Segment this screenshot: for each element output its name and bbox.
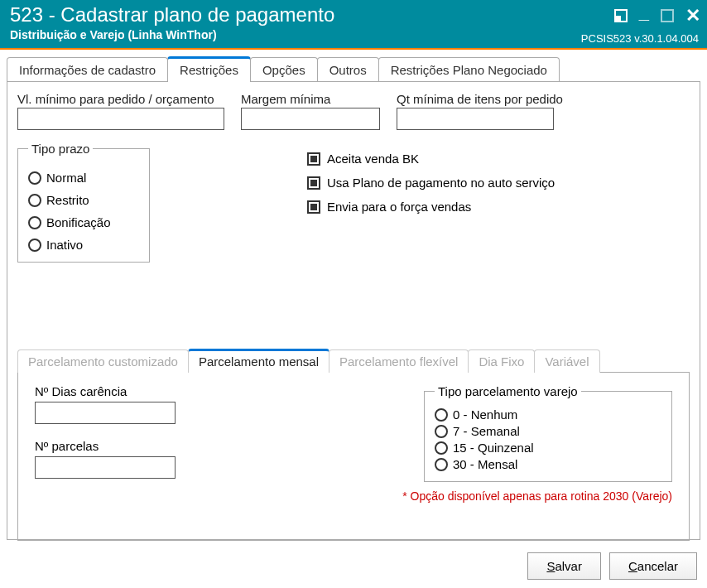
radio-label: Normal	[46, 171, 86, 185]
subtab-diafixo[interactable]: Dia Fixo	[468, 349, 535, 373]
titlebar: 523 - Cadastrar plano de pagamento Distr…	[0, 0, 707, 50]
radio-icon	[435, 425, 448, 438]
radio-label: Restrito	[46, 193, 89, 207]
radio-icon	[28, 171, 41, 185]
vl-minimo-input[interactable]	[17, 108, 224, 130]
radio-mensal[interactable]: 30 - Mensal	[435, 457, 661, 471]
section-row: Tipo prazo Normal Restrito Bonificação I…	[17, 142, 690, 263]
dias-carencia-label: Nº Dias carência	[35, 384, 176, 398]
tab-informacoes[interactable]: Informações de cadastro	[7, 57, 168, 82]
radio-quinzenal[interactable]: 15 - Quinzenal	[435, 441, 661, 455]
main-tabstrip: Informações de cadastro Restrições Opçõe…	[7, 56, 700, 81]
radio-label: Inativo	[46, 238, 83, 252]
dias-carencia-input[interactable]	[35, 402, 176, 424]
parcelas-input[interactable]	[35, 456, 176, 479]
tab-outros[interactable]: Outros	[317, 57, 379, 82]
subtab-flexivel[interactable]: Parcelamento flexível	[329, 349, 469, 373]
radio-semanal[interactable]: 7 - Semanal	[435, 424, 661, 438]
radio-icon	[435, 441, 448, 455]
margem-input[interactable]	[241, 108, 380, 130]
radio-label: 30 - Mensal	[453, 457, 517, 471]
minimize-icon[interactable]: _	[639, 3, 649, 22]
radio-label: Bonificação	[46, 215, 111, 229]
tipo-prazo-legend: Tipo prazo	[28, 142, 93, 156]
window-title: 523 - Cadastrar plano de pagamento	[10, 3, 697, 27]
check-auto-servico[interactable]: Usa Plano de pagamento no auto serviço	[307, 176, 555, 190]
radio-label: 7 - Semanal	[453, 424, 520, 438]
tipo-parcelamento-legend: Tipo parcelamento varejo	[435, 384, 581, 398]
tipo-parcelamento-group: Tipo parcelamento varejo 0 - Nenhum 7 - …	[424, 384, 672, 482]
subtab-area: Parcelamento customizado Parcelamento me…	[17, 347, 690, 541]
close-icon[interactable]: ✕	[685, 7, 700, 25]
qt-label: Qt mínima de itens por pedido	[397, 92, 563, 106]
tab-negociado[interactable]: Restrições Plano Negociado	[378, 57, 560, 82]
cancel-button[interactable]: Cancelar	[609, 552, 697, 580]
button-bar: Salvar Cancelar	[527, 552, 697, 580]
radio-restrito[interactable]: Restrito	[28, 193, 139, 207]
check-label: Aceita venda BK	[327, 152, 419, 166]
check-label: Envia para o força vendas	[327, 200, 471, 214]
radio-label: 0 - Nenhum	[453, 407, 517, 422]
radio-normal[interactable]: Normal	[28, 171, 139, 185]
field-qt-itens: Qt mínima de itens por pedido	[397, 92, 563, 130]
radio-inativo[interactable]: Inativo	[28, 238, 139, 252]
radio-icon	[435, 458, 448, 471]
field-vl-minimo: Vl. mínimo para pedido / orçamento	[17, 92, 224, 130]
radio-label: 15 - Quinzenal	[453, 441, 534, 455]
content-area: Informações de cadastro Restrições Opçõe…	[0, 50, 707, 588]
margem-label: Margem mínima	[241, 92, 380, 106]
radio-nenhum[interactable]: 0 - Nenhum	[435, 407, 661, 422]
version-label: PCSIS523 v.30.1.04.004	[581, 32, 699, 45]
mensal-fields: Nº Dias carência Nº parcelas	[35, 384, 176, 494]
radio-icon	[28, 216, 41, 229]
parcelas-label: Nº parcelas	[35, 439, 176, 453]
titlebar-controls: _ ✕	[614, 7, 700, 25]
field-margem: Margem mínima	[241, 92, 380, 130]
qt-input[interactable]	[397, 108, 554, 130]
vl-minimo-label: Vl. mínimo para pedido / orçamento	[17, 92, 224, 106]
note-varejo: * Opção disponível apenas para rotina 20…	[402, 489, 672, 504]
checkbox-icon	[307, 200, 320, 214]
tipo-prazo-group: Tipo prazo Normal Restrito Bonificação I…	[17, 142, 150, 263]
subtab-mensal[interactable]: Parcelamento mensal	[188, 349, 329, 373]
check-label: Usa Plano de pagamento no auto serviço	[327, 176, 555, 190]
tab-opcoes[interactable]: Opções	[250, 57, 318, 82]
top-fields-row: Vl. mínimo para pedido / orçamento Marge…	[17, 92, 690, 130]
subtab-customizado[interactable]: Parcelamento customizado	[17, 349, 189, 373]
checkbox-icon	[307, 152, 320, 166]
checkbox-group: Aceita venda BK Usa Plano de pagamento n…	[307, 152, 555, 224]
subpanel-mensal: Nº Dias carência Nº parcelas Tipo parcel…	[17, 372, 690, 541]
check-forca-vendas[interactable]: Envia para o força vendas	[307, 200, 555, 214]
checkbox-icon	[307, 176, 320, 190]
maximize-icon[interactable]	[661, 9, 674, 22]
panel-restricoes: Vl. mínimo para pedido / orçamento Marge…	[7, 81, 700, 540]
radio-bonificacao[interactable]: Bonificação	[28, 215, 139, 229]
radio-icon	[435, 408, 448, 422]
radio-icon	[28, 194, 41, 207]
tab-restricoes[interactable]: Restrições	[167, 56, 251, 82]
check-aceita-bk[interactable]: Aceita venda BK	[307, 152, 555, 166]
save-button[interactable]: Salvar	[527, 552, 601, 580]
radio-icon	[28, 239, 41, 252]
popout-icon[interactable]	[614, 9, 628, 22]
subtab-variavel[interactable]: Variável	[534, 349, 599, 373]
sub-tabstrip: Parcelamento customizado Parcelamento me…	[17, 347, 690, 372]
tipo-parcelamento-col: Tipo parcelamento varejo 0 - Nenhum 7 - …	[402, 384, 672, 504]
